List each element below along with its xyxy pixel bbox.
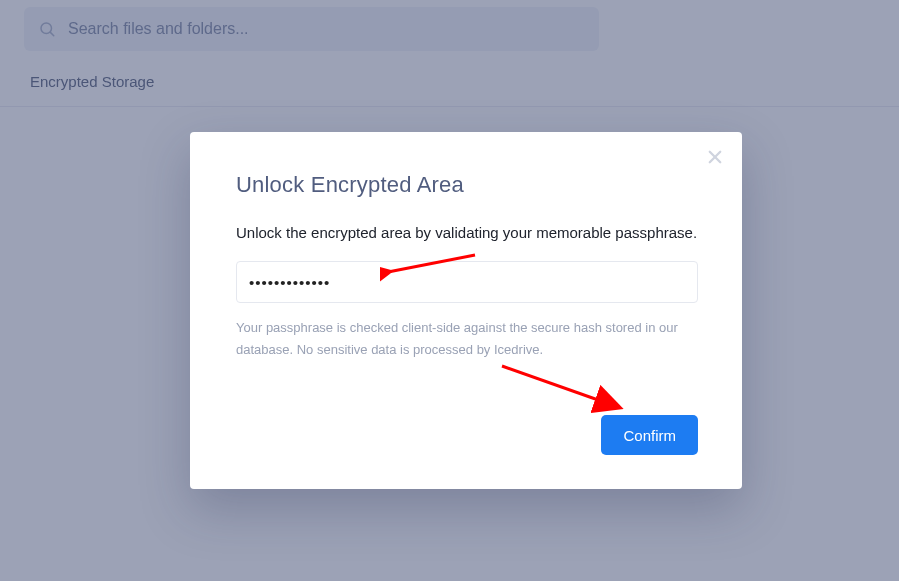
passphrase-help-text: Your passphrase is checked client-side a…	[236, 317, 698, 361]
confirm-button[interactable]: Confirm	[601, 415, 698, 455]
unlock-modal: Unlock Encrypted Area Unlock the encrypt…	[190, 132, 742, 489]
modal-subtitle: Unlock the encrypted area by validating …	[236, 224, 698, 241]
modal-title: Unlock Encrypted Area	[236, 172, 698, 198]
passphrase-input[interactable]	[236, 261, 698, 303]
close-icon[interactable]	[704, 146, 726, 168]
